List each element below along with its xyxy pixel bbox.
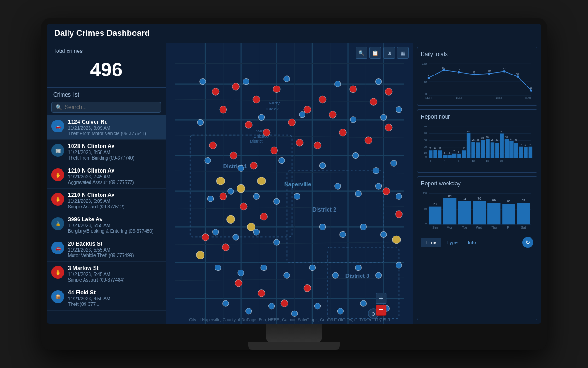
list-item[interactable]: ✋ 1210 N Clinton Av 11/21/2023, 7:45 AM … [47,164,166,189]
svg-text:74: 74 [463,197,467,201]
refresh-button[interactable]: ↻ [522,237,533,248]
svg-point-133 [196,251,204,259]
svg-point-102 [396,193,402,199]
svg-point-134 [392,236,401,244]
svg-point-118 [375,272,381,278]
svg-point-54 [209,142,217,149]
crime-address: 44 Field St [68,289,161,296]
crime-address: 3 Marlow St [68,265,161,271]
list-item[interactable]: 📦 44 Field St 11/21/2023, 4:50 AM Theft … [47,286,166,310]
crime-address: 1210 N Clinton Av [68,192,161,198]
svg-text:66: 66 [507,200,511,203]
svg-rect-235 [429,207,441,225]
svg-text:24: 24 [515,139,518,142]
crime-type: Aggravated Assault (09-377577) [68,180,161,185]
list-item[interactable]: ✋ 1210 N Clinton Av 11/21/2023, 6:05 AM … [47,189,166,213]
svg-point-114 [284,272,290,278]
left-panel: Total crimes 496 Crimes list 🔍 🚗 [47,43,166,324]
svg-point-120 [223,300,229,306]
svg-point-147 [428,77,430,79]
svg-text:50: 50 [424,207,427,210]
svg-point-152 [503,70,506,73]
svg-point-57 [271,147,278,154]
svg-point-42 [253,96,260,103]
svg-point-48 [304,106,311,113]
svg-point-83 [299,112,305,118]
svg-point-71 [396,211,403,218]
crime-address: 20 Backus St [68,241,161,247]
svg-point-88 [238,165,244,171]
search-bar[interactable]: 🔍 [51,102,161,113]
svg-point-58 [296,139,303,147]
svg-rect-207 [495,143,499,158]
svg-text:District: District [250,139,263,144]
svg-text:66: 66 [473,70,475,73]
crime-date: 11/21/2023, 6:05 AM [68,199,161,204]
map-tool-grid[interactable]: ⊞ [383,47,395,59]
list-item[interactable]: 🚗 1124 Culver Rd 11/21/2023, 9:09 AM The… [47,115,166,140]
svg-point-64 [240,203,247,210]
svg-point-76 [200,79,206,85]
svg-point-112 [238,270,244,276]
list-item[interactable]: ✋ 3 Marlow St 11/21/2023, 5:45 AM Simple… [47,262,166,286]
map-tool-tiles[interactable]: ▦ [397,47,409,59]
svg-point-50 [329,111,337,119]
svg-rect-183 [438,150,442,158]
svg-point-154 [530,89,532,92]
svg-point-104 [233,234,239,240]
svg-text:74: 74 [458,68,460,71]
svg-text:13: 13 [434,147,436,149]
list-item[interactable]: 🔒 3996 Lake Av 11/21/2023, 5:55 AM Burgl… [47,213,166,237]
report-weekday-section: Report weekday 100 50 0 [417,176,537,320]
svg-point-148 [443,69,445,71]
crimes-list-header: Crimes list [47,88,166,100]
map-tool-list[interactable]: 📋 [369,47,381,59]
report-hour-title: Report hour [421,114,533,120]
map-area[interactable]: 🔍 📋 ⊞ ▦ [166,43,413,324]
svg-point-87 [205,157,211,163]
svg-text:18: 18 [520,144,522,146]
svg-text:7: 7 [453,150,455,153]
svg-text:12: 12 [463,147,465,150]
svg-rect-193 [462,150,466,158]
svg-text:Wed: Wed [476,226,483,229]
svg-text:17: 17 [524,144,527,146]
svg-text:40: 40 [467,130,470,132]
svg-text:26: 26 [472,139,475,141]
tab-type[interactable]: Type [442,238,462,247]
tab-bar: Time Type Info ↻ [421,235,533,248]
svg-point-66 [202,234,209,241]
tab-info[interactable]: Info [463,238,481,247]
crime-date: 11/21/2023, 5:55 AM [68,247,161,253]
list-item[interactable]: 🚗 20 Backus St 11/21/2023, 5:55 AM Motor… [47,237,166,262]
svg-point-44 [273,86,281,93]
svg-text:11/16: 11/16 [456,97,462,99]
svg-point-89 [279,157,285,163]
svg-point-113 [261,264,267,270]
svg-point-51 [350,86,357,93]
svg-text:30: 30 [424,139,427,142]
search-input[interactable] [65,104,157,110]
tab-time[interactable]: Time [421,238,441,247]
svg-point-98 [294,193,300,199]
svg-point-70 [383,188,390,195]
total-crimes-label: Total crimes [53,48,159,54]
svg-text:100: 100 [422,62,427,65]
map-tool-search[interactable]: 🔍 [356,47,368,59]
svg-text:20: 20 [424,145,427,148]
svg-point-117 [355,264,361,270]
svg-text:29: 29 [481,137,484,139]
svg-text:58: 58 [433,202,437,206]
svg-point-80 [375,79,381,85]
svg-point-52 [370,98,377,106]
svg-point-94 [207,196,213,202]
crime-address: 3996 Lake Av [68,216,161,223]
crime-icon: 🏢 [51,144,64,157]
svg-rect-191 [457,154,461,158]
svg-rect-237 [443,198,456,224]
svg-point-84 [350,117,356,123]
daily-totals-title: Daily totals [421,51,533,58]
list-item[interactable]: 🏢 1028 N Clinton Av 11/21/2023, 8:58 AM … [47,140,166,164]
svg-text:55: 55 [427,74,430,77]
svg-point-116 [332,272,338,278]
